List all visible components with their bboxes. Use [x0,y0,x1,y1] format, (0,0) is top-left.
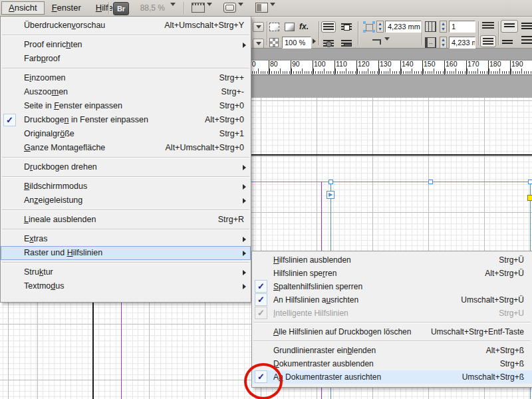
opacity-flyout-icon[interactable] [313,39,316,44]
text-inport-icon[interactable]: ▶ [327,191,334,199]
menu-item-hilfslinien-sperren[interactable]: Hilfslinien sperrenAlt+Strg+Ü [252,267,532,280]
gutter-stepper[interactable]: ▲▼ [440,37,447,49]
wrap-none-icon[interactable] [321,21,336,33]
gutter-icon[interactable]: ↔ [425,37,436,48]
menu-item-farbproof[interactable]: Farbproof [1,52,251,66]
columns-field[interactable]: 1 [449,21,475,33]
view-menu-panel: ÜberdruckenvorschauAlt+Umschalt+Strg+YPr… [0,17,251,303]
fx-icon[interactable]: fx. [299,22,309,31]
wrap-inside-icon[interactable] [339,38,354,49]
wrap-jump-icon[interactable] [321,38,336,49]
menubar: AnsichtFensterHilfe [1,1,120,15]
columns-stepper[interactable]: ▲▼ [440,21,447,33]
ruler-major-tick [400,61,401,74]
ruler-tick-label: 190 [511,61,523,68]
panel-dropdown-bottom[interactable] [253,39,264,49]
corner-style-caret-icon[interactable] [384,41,390,53]
gutter-field[interactable]: 4,233 m [449,37,475,49]
menu-item-intelligente-hilfslinien[interactable]: ✓Intelligente HilfslinienStrg+U [252,307,532,320]
shadow-effect-icon[interactable] [285,23,295,31]
menu-item-raster-und-hilfslinien[interactable]: Raster und Hilfslinien [1,246,251,260]
menu-item-einzoomen[interactable]: EinzoomenStrg++ [1,71,251,85]
menu-item-überdruckenvorschau[interactable]: ÜberdruckenvorschauAlt+Umschalt+Strg+Y [1,19,251,33]
menu-item-seite-in-fenster-einpassen[interactable]: Seite in Fenster einpassenStrg+0 [1,99,251,113]
ruler-major-tick [313,61,313,74]
yellow-edge-handle[interactable] [527,195,532,201]
menu-item-label: Einzoomen [24,73,66,82]
menu-item-struktur[interactable]: Struktur [1,265,251,279]
menu-item-dokumentraster-ausblenden[interactable]: Dokumentraster ausblendenStrg+ß [252,357,532,370]
menu-item-grundlinienraster-einblenden[interactable]: Grundlinienraster einblendenAlt+Strg+ß [252,344,532,357]
bridge-icon[interactable]: Br [113,2,129,15]
ruler-major-tick [378,61,379,74]
ruler-tick-label: 110 [336,61,347,68]
menu-item-extras[interactable]: Extras [1,232,251,246]
menu-shortcut: Alt+Strg+0 [205,113,244,127]
submenu-arrow-icon [243,198,246,203]
submenu-arrow-icon [243,251,246,256]
menu-item-label: Auszoomen [24,87,68,96]
valign-justify-icon[interactable] [521,36,532,45]
menu-item-druckbogen-drehen[interactable]: Druckbogen drehen [1,160,251,174]
valign-bottom-icon[interactable] [502,40,513,44]
frame-handle-top-left[interactable] [329,180,333,184]
ruler-tick-label: 150 [424,61,436,68]
screen-mode-icon[interactable] [223,3,236,13]
menu-item-proof-einrichten[interactable]: Proof einrichten [1,38,251,52]
menu-item-an-dokumentraster-ausrichten[interactable]: ✓An Dokumentraster ausrichtenUmschalt+St… [252,370,532,384]
valign-top-icon[interactable] [501,20,518,33]
menu-item-druckbogen-in-fenster-einpassen[interactable]: ✓Druckbogen in Fenster einpassenAlt+Strg… [1,113,251,127]
check-icon: ✓ [255,293,267,306]
zoom-level-value[interactable]: 88,5 % [130,3,165,13]
ruler-major-tick [356,61,357,74]
menu-item-auszoomen[interactable]: AuszoomenStrg+- [1,85,251,99]
transparency-checker-icon[interactable] [269,38,279,47]
menu-item-label: Alle Hilfslinien auf Druckbogen löschen [273,327,411,336]
arrange-documents-icon[interactable] [255,3,268,13]
submenu-arrow-icon [243,270,246,275]
columns-icon[interactable] [425,21,436,32]
menu-item-alle-hilfslinien-auf-druckbogen-löschen[interactable]: Alle Hilfslinien auf Druckbogen löschenU… [252,325,532,338]
menubar-item-fenster[interactable]: Fenster [45,1,88,15]
menu-shortcut: Strg+0 [219,99,244,113]
menubar-item-ansicht[interactable]: Ansicht [1,1,45,15]
menu-item-spaltenhilfslinien-sperren[interactable]: ✓Spaltenhilfslinien sperren [252,280,532,293]
menu-item-bildschirmmodus[interactable]: Bildschirmmodus [1,180,251,194]
menu-item-anzeigeleistung[interactable]: Anzeigeleistung [1,194,251,207]
submenu-arrow-icon [243,165,246,170]
submenu-arrow-icon [243,43,246,48]
corner-style-icon[interactable] [372,39,381,45]
menu-shortcut: Strg+1 [219,127,244,141]
ruler-tick-label: 80 [270,61,278,68]
frame-handle-top-right[interactable] [528,180,532,184]
menu-shortcut: Alt+Strg+ß [486,344,524,357]
menu-separator [2,157,249,158]
balance-columns-icon[interactable] [482,22,494,30]
view-options-icon[interactable] [192,3,205,13]
corner-radius-field[interactable]: 4,233 mm [385,21,422,33]
menu-item-label: Extras [24,234,47,243]
ruler-tick-label: 100 [314,61,326,68]
frame-handle-top-center[interactable] [428,180,433,184]
menu-item-label: Hilfe [96,3,113,13]
panel-dropdown-top[interactable] [253,22,264,32]
menu-shortcut: Alt+Umschalt+Strg+0 [166,141,244,155]
arrange-documents-caret-icon[interactable] [270,6,275,18]
menu-item-originalgröße[interactable]: OriginalgrößeStrg+1 [1,127,251,141]
menu-separator [253,340,531,342]
corner-options-icon[interactable] [363,21,375,33]
menu-item-lineale-ausblenden[interactable]: Lineale ausblendenStrg+R [1,213,251,227]
baseline-options-icon[interactable] [480,35,496,47]
wrap-around-icon[interactable] [339,21,354,33]
valign-center-icon[interactable] [521,23,532,29]
menu-item-textmodus[interactable]: Textmodus [1,279,251,293]
ruler-tick-label: 130 [380,61,392,68]
opacity-field[interactable]: 100 % [282,37,311,49]
menu-item-an-hilfslinien-ausrichten[interactable]: ✓An Hilfslinien ausrichtenUmschalt+Strg+… [252,293,532,307]
menu-item-ganze-montagefläche[interactable]: Ganze MontageflächeAlt+Umschalt+Strg+0 [1,141,251,155]
corner-radius-stepper[interactable]: ▲▼ [376,21,384,33]
menu-shortcut: Umschalt+Strg+Ü [461,293,524,307]
feather-icon[interactable] [269,23,279,31]
menu-item-hilfslinien-ausblenden[interactable]: Hilfslinien ausblendenStrg+Ü [252,253,532,267]
menu-item-label: Ganze Montagefläche [24,143,105,152]
